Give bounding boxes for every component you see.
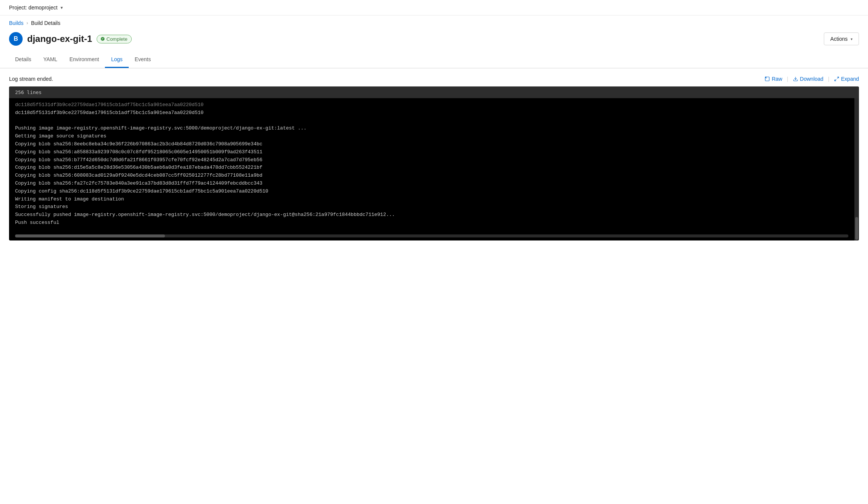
tab-events[interactable]: Events [129, 52, 157, 68]
log-toolbar: Log stream ended. Raw | Download [9, 76, 859, 82]
log-wrapper: dc118d5f5131df3b9ce22759dae179615cb1adf7… [9, 98, 859, 240]
breadcrumb: Builds › Build Details [0, 15, 868, 29]
tabs-container: Details YAML Environment Logs Events [0, 52, 868, 68]
project-chevron-icon: ▼ [60, 6, 63, 10]
status-badge-label: Complete [106, 36, 128, 42]
tab-yaml[interactable]: YAML [37, 52, 63, 68]
scrollbar-thumb [15, 234, 165, 237]
breadcrumb-separator: › [26, 20, 28, 26]
actions-label: Actions [830, 36, 848, 42]
svg-line-4 [837, 77, 839, 79]
tab-logs[interactable]: Logs [105, 52, 128, 68]
download-label: Download [800, 76, 823, 82]
tab-details[interactable]: Details [9, 52, 37, 68]
page-header-actions: Actions ▾ [824, 32, 859, 45]
page-title: django-ex-git-1 [27, 34, 92, 44]
tab-nav: Details YAML Environment Logs Events [9, 52, 859, 68]
log-horizontal-scrollbar[interactable] [9, 233, 854, 240]
expand-label: Expand [841, 76, 859, 82]
log-actions: Raw | Download | Expand [765, 76, 859, 82]
project-label: Project: demoproject [9, 5, 57, 11]
expand-icon [834, 76, 839, 82]
log-actions-sep-1: | [787, 76, 788, 82]
actions-chevron-icon: ▾ [851, 37, 853, 41]
build-icon: B [9, 32, 23, 46]
log-main: dc118d5f5131df3b9ce22759dae179615cb1adf7… [9, 98, 854, 240]
scrollbar-track [15, 234, 848, 237]
page-header: B django-ex-git-1 Complete Actions ▾ [0, 29, 868, 52]
svg-line-5 [834, 79, 836, 81]
log-line-faded: dc118d5f5131df3b9ce22759dae179615cb1adf7… [15, 102, 203, 108]
log-actions-sep-2: | [828, 76, 830, 82]
raw-label: Raw [772, 76, 782, 82]
raw-link[interactable]: Raw [765, 76, 782, 82]
log-section: Log stream ended. Raw | Download [0, 68, 868, 240]
actions-button[interactable]: Actions ▾ [824, 32, 859, 45]
expand-link[interactable]: Expand [834, 76, 859, 82]
log-line-count: 256 lines [9, 86, 859, 98]
page-header-left: B django-ex-git-1 Complete [9, 32, 132, 46]
log-content[interactable]: dc118d5f5131df3b9ce22759dae179615cb1adf7… [9, 98, 854, 233]
vscroll-thumb [855, 217, 858, 240]
status-badge: Complete [97, 35, 132, 43]
log-status-text: Log stream ended. [9, 76, 53, 82]
raw-icon [765, 76, 770, 82]
tab-environment[interactable]: Environment [63, 52, 105, 68]
breadcrumb-current: Build Details [31, 20, 60, 26]
download-link[interactable]: Download [793, 76, 823, 82]
log-viewer: 256 lines dc118d5f5131df3b9ce22759dae179… [9, 86, 859, 240]
download-icon [793, 76, 798, 82]
breadcrumb-builds-link[interactable]: Builds [9, 20, 23, 26]
log-lines: dc118d5f5131df3b9ce22759dae179615cb1adf7… [9, 98, 854, 233]
log-vertical-scrollbar[interactable] [854, 98, 859, 240]
project-selector[interactable]: Project: demoproject ▼ [9, 5, 63, 11]
status-dot-icon [101, 37, 105, 41]
